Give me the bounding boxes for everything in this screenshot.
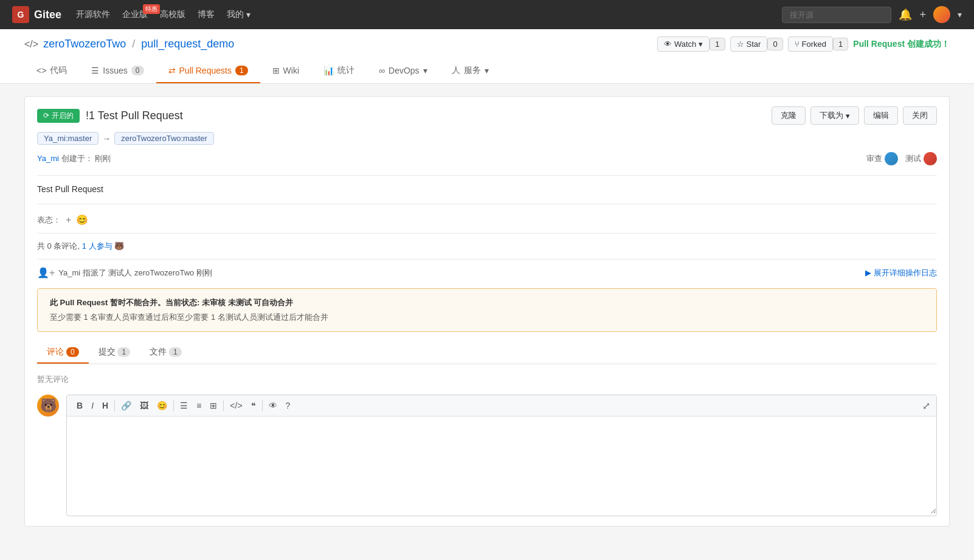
- toolbar-table[interactable]: ⊞: [206, 399, 221, 412]
- activity-left: 👤+ Ya_mi 指派了 测试人 zeroTwozeroTwo 刚刚: [37, 267, 212, 278]
- assign-activity-text: Ya_mi 指派了 测试人 zeroTwozeroTwo 刚刚: [58, 268, 212, 278]
- pr-title-left: ⟳ 开启的 !1 Test Pull Request: [37, 109, 183, 123]
- pr-title-row: ⟳ 开启的 !1 Test Pull Request 克隆 下载为 ▾ 编辑 关…: [37, 106, 937, 125]
- tab-files[interactable]: 文件 1: [140, 342, 192, 364]
- tab-commits[interactable]: 提交 1: [89, 342, 140, 364]
- main-content: ⟳ 开启的 !1 Test Pull Request 克隆 下载为 ▾ 编辑 关…: [0, 84, 974, 539]
- issues-badge: 0: [131, 66, 144, 75]
- editor-user-avatar: 🐻: [37, 395, 59, 417]
- toolbar-italic[interactable]: I: [88, 399, 97, 412]
- repo-icon: </>: [24, 39, 38, 50]
- clone-button[interactable]: 克隆: [772, 106, 806, 125]
- pr-detail-section: ⟳ 开启的 !1 Test Pull Request 克隆 下载为 ▾ 编辑 关…: [24, 96, 950, 527]
- pr-icon: ⇄: [168, 66, 176, 75]
- merge-warning-sub: 至少需要 1 名审查人员审查通过后和至少需要 1 名测试人员测试通过后才能合并: [50, 313, 328, 322]
- logo[interactable]: G Gitee: [12, 6, 61, 23]
- arrow-icon: →: [102, 134, 111, 143]
- star-icon: ☆: [737, 40, 744, 49]
- toolbar-numbered-list[interactable]: ≡: [193, 399, 205, 412]
- enterprise-badge: 特惠: [143, 4, 160, 14]
- watch-dropdown-icon[interactable]: ▾: [699, 40, 703, 49]
- emoji-smiley[interactable]: 😊: [76, 214, 88, 226]
- edit-button[interactable]: 编辑: [864, 106, 898, 125]
- pr-status-badge: ⟳ 开启的: [37, 109, 80, 123]
- pr-meta-reviewers: 审查 测试: [866, 152, 937, 165]
- toolbar-bullet-list[interactable]: ☰: [176, 399, 192, 412]
- tab-wiki[interactable]: ⊞ Wiki: [260, 59, 311, 83]
- tab-comments[interactable]: 评论 0: [37, 342, 89, 364]
- expand-log-link[interactable]: ▶ 展开详细操作日志: [865, 268, 937, 278]
- repo-header: </> zeroTwozeroTwo / pull_request_demo 👁…: [0, 29, 974, 84]
- toolbar-help[interactable]: ?: [282, 399, 294, 412]
- services-dropdown-icon: ▾: [485, 66, 489, 75]
- logo-text: Gitee: [34, 9, 61, 21]
- top-nav-right: 🔔 + ▾: [782, 6, 962, 23]
- pr-actions-right: 克隆 下载为 ▾ 编辑 关闭: [772, 106, 937, 125]
- pr-badge: 1: [235, 66, 248, 75]
- tab-services[interactable]: 人 服务 ▾: [440, 59, 501, 83]
- review-item: 审查: [866, 152, 898, 165]
- source-branch: Ya_mi:master: [37, 132, 98, 145]
- toolbar-divider-3: [223, 400, 224, 411]
- code-icon: <>: [36, 66, 46, 75]
- nav-education[interactable]: 高校版: [160, 9, 185, 20]
- editor-toolbar: B I H 🔗 🖼 😊 ☰ ≡ ⊞ </> ❝ 👁 ?: [67, 395, 936, 417]
- repo-header-right: 👁 Watch ▾ 1 ☆ Star 0 ⑂ Forked 1: [657, 36, 950, 52]
- fork-icon: ⑂: [795, 40, 800, 49]
- nav-mine[interactable]: 我的 ▾: [227, 9, 250, 20]
- participant-link[interactable]: 1 人参与 🐻: [82, 241, 124, 251]
- pr-meta: Ya_mi 创建于： 刚刚 审查 测试: [37, 152, 937, 165]
- tab-devops[interactable]: ∞ DevOps ▾: [367, 59, 440, 83]
- tab-issues[interactable]: ☰ Issues 0: [79, 59, 156, 83]
- fork-button[interactable]: ⑂ Forked: [788, 36, 833, 52]
- bell-icon[interactable]: 🔔: [899, 8, 912, 21]
- comment-editor: 🐻 B I H 🔗 🖼 😊 ☰ ≡ ⊞ </> ❝: [37, 395, 937, 516]
- branch-info: Ya_mi:master → zeroTwozeroTwo:master: [37, 132, 937, 145]
- pr-author-link[interactable]: Ya_mi: [37, 154, 59, 163]
- expand-icon: ▶: [865, 268, 871, 277]
- repo-name-link[interactable]: pull_request_demo: [141, 38, 234, 50]
- nav-open-source[interactable]: 开源软件: [76, 9, 110, 20]
- top-nav-links: 开源软件 企业版 特惠 高校版 博客 我的 ▾: [76, 9, 767, 20]
- emoji-bar: 表态： + 😊: [37, 214, 937, 233]
- avatar[interactable]: [933, 6, 950, 23]
- watch-button[interactable]: 👁 Watch ▾: [657, 36, 710, 52]
- tab-pull-requests[interactable]: ⇄ Pull Requests 1: [156, 59, 260, 83]
- nav-enterprise[interactable]: 企业版 特惠: [122, 9, 148, 20]
- toolbar-bold[interactable]: B: [73, 399, 86, 412]
- eye-icon: 👁: [664, 40, 672, 49]
- activity-row: 👤+ Ya_mi 指派了 测试人 zeroTwozeroTwo 刚刚 ▶ 展开详…: [37, 267, 937, 278]
- search-input[interactable]: [782, 7, 891, 23]
- repo-owner-link[interactable]: zeroTwozeroTwo: [43, 38, 126, 50]
- emoji-add-button[interactable]: +: [66, 215, 71, 226]
- services-icon: 人: [452, 65, 460, 76]
- toolbar-code[interactable]: </>: [226, 399, 246, 412]
- close-button[interactable]: 关闭: [903, 106, 937, 125]
- merge-warning: 此 Pull Request 暂时不能合并。当前状态: 未审核 未测试 可自动合…: [37, 288, 937, 332]
- expand-editor-button[interactable]: ⤢: [922, 400, 930, 412]
- avatar-dropdown-icon[interactable]: ▾: [958, 10, 962, 19]
- toolbar-heading[interactable]: H: [98, 399, 112, 412]
- download-button[interactable]: 下载为 ▾: [810, 106, 859, 125]
- star-button[interactable]: ☆ Star: [730, 36, 768, 52]
- pr-description: Test Pull Request: [37, 184, 937, 204]
- issues-icon: ☰: [91, 66, 99, 75]
- plus-icon[interactable]: +: [919, 9, 926, 21]
- toolbar-preview[interactable]: 👁: [265, 399, 281, 412]
- download-dropdown-icon: ▾: [846, 111, 850, 120]
- tab-code[interactable]: <> 代码: [24, 59, 79, 83]
- watch-count: 1: [710, 38, 725, 50]
- fork-count: 1: [833, 38, 848, 50]
- pr-title-text: !1 Test Pull Request: [86, 109, 183, 122]
- nav-blog[interactable]: 博客: [198, 9, 215, 20]
- toolbar-divider-1: [114, 400, 115, 411]
- toolbar-divider-2: [173, 400, 174, 411]
- pr-success-message: Pull Request 创建成功！: [853, 39, 950, 50]
- toolbar-blockquote[interactable]: ❝: [247, 399, 260, 412]
- toolbar-image[interactable]: 🖼: [136, 399, 152, 412]
- tab-stats[interactable]: 📊 统计: [311, 59, 367, 83]
- comment-textarea[interactable]: [67, 417, 936, 514]
- toolbar-link[interactable]: 🔗: [117, 399, 135, 412]
- repo-tabs: <> 代码 ☰ Issues 0 ⇄ Pull Requests 1 ⊞ Wik…: [24, 59, 950, 83]
- toolbar-emoji[interactable]: 😊: [153, 399, 171, 412]
